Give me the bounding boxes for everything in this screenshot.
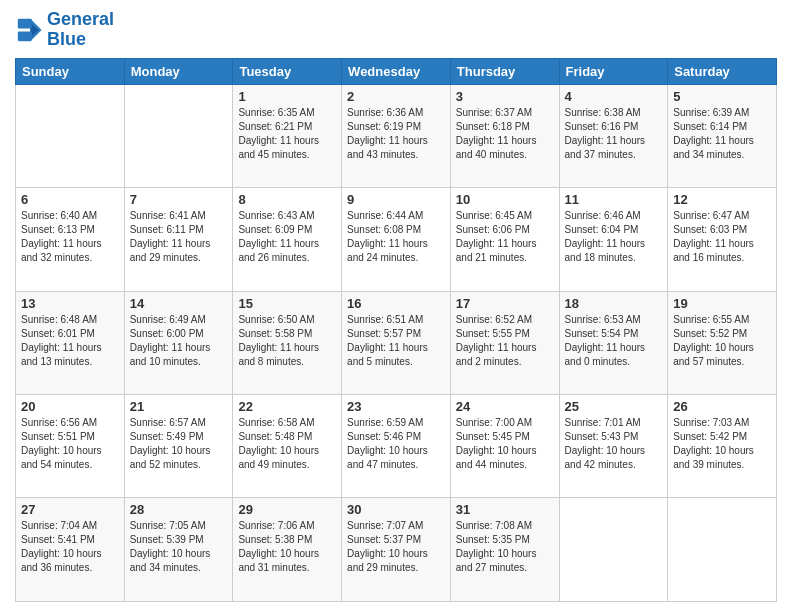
- calendar-week-1: 1Sunrise: 6:35 AMSunset: 6:21 PMDaylight…: [16, 84, 777, 187]
- logo-icon: [15, 16, 43, 44]
- day-info: Sunrise: 6:47 AMSunset: 6:03 PMDaylight:…: [673, 209, 771, 265]
- day-info: Sunrise: 6:48 AMSunset: 6:01 PMDaylight:…: [21, 313, 119, 369]
- calendar-cell: 1Sunrise: 6:35 AMSunset: 6:21 PMDaylight…: [233, 84, 342, 187]
- day-info: Sunrise: 7:05 AMSunset: 5:39 PMDaylight:…: [130, 519, 228, 575]
- day-info: Sunrise: 7:04 AMSunset: 5:41 PMDaylight:…: [21, 519, 119, 575]
- calendar-cell: 13Sunrise: 6:48 AMSunset: 6:01 PMDayligh…: [16, 291, 125, 394]
- calendar-cell: 2Sunrise: 6:36 AMSunset: 6:19 PMDaylight…: [342, 84, 451, 187]
- day-number: 2: [347, 89, 445, 104]
- calendar-cell: 4Sunrise: 6:38 AMSunset: 6:16 PMDaylight…: [559, 84, 668, 187]
- calendar-cell: [559, 498, 668, 602]
- day-number: 22: [238, 399, 336, 414]
- calendar-cell: 14Sunrise: 6:49 AMSunset: 6:00 PMDayligh…: [124, 291, 233, 394]
- day-info: Sunrise: 6:46 AMSunset: 6:04 PMDaylight:…: [565, 209, 663, 265]
- calendar-table: SundayMondayTuesdayWednesdayThursdayFrid…: [15, 58, 777, 602]
- calendar-cell: 7Sunrise: 6:41 AMSunset: 6:11 PMDaylight…: [124, 188, 233, 291]
- svg-rect-3: [18, 31, 32, 41]
- day-number: 10: [456, 192, 554, 207]
- day-info: Sunrise: 6:53 AMSunset: 5:54 PMDaylight:…: [565, 313, 663, 369]
- calendar-cell: 27Sunrise: 7:04 AMSunset: 5:41 PMDayligh…: [16, 498, 125, 602]
- calendar-cell: 29Sunrise: 7:06 AMSunset: 5:38 PMDayligh…: [233, 498, 342, 602]
- logo: General Blue: [15, 10, 114, 50]
- day-info: Sunrise: 6:40 AMSunset: 6:13 PMDaylight:…: [21, 209, 119, 265]
- day-number: 5: [673, 89, 771, 104]
- day-info: Sunrise: 6:56 AMSunset: 5:51 PMDaylight:…: [21, 416, 119, 472]
- header-day-tuesday: Tuesday: [233, 58, 342, 84]
- day-number: 28: [130, 502, 228, 517]
- day-info: Sunrise: 6:55 AMSunset: 5:52 PMDaylight:…: [673, 313, 771, 369]
- calendar-cell: 17Sunrise: 6:52 AMSunset: 5:55 PMDayligh…: [450, 291, 559, 394]
- day-number: 29: [238, 502, 336, 517]
- day-info: Sunrise: 7:01 AMSunset: 5:43 PMDaylight:…: [565, 416, 663, 472]
- day-number: 12: [673, 192, 771, 207]
- day-info: Sunrise: 6:49 AMSunset: 6:00 PMDaylight:…: [130, 313, 228, 369]
- day-info: Sunrise: 6:50 AMSunset: 5:58 PMDaylight:…: [238, 313, 336, 369]
- header-day-saturday: Saturday: [668, 58, 777, 84]
- calendar-week-2: 6Sunrise: 6:40 AMSunset: 6:13 PMDaylight…: [16, 188, 777, 291]
- day-number: 7: [130, 192, 228, 207]
- header-day-wednesday: Wednesday: [342, 58, 451, 84]
- page: General Blue SundayMondayTuesdayWednesda…: [0, 0, 792, 612]
- calendar-cell: 24Sunrise: 7:00 AMSunset: 5:45 PMDayligh…: [450, 395, 559, 498]
- day-number: 25: [565, 399, 663, 414]
- day-number: 18: [565, 296, 663, 311]
- day-number: 23: [347, 399, 445, 414]
- day-info: Sunrise: 6:43 AMSunset: 6:09 PMDaylight:…: [238, 209, 336, 265]
- day-number: 9: [347, 192, 445, 207]
- calendar-cell: 23Sunrise: 6:59 AMSunset: 5:46 PMDayligh…: [342, 395, 451, 498]
- day-info: Sunrise: 6:59 AMSunset: 5:46 PMDaylight:…: [347, 416, 445, 472]
- calendar-cell: 10Sunrise: 6:45 AMSunset: 6:06 PMDayligh…: [450, 188, 559, 291]
- calendar-cell: 21Sunrise: 6:57 AMSunset: 5:49 PMDayligh…: [124, 395, 233, 498]
- day-number: 6: [21, 192, 119, 207]
- day-number: 4: [565, 89, 663, 104]
- calendar-cell: 12Sunrise: 6:47 AMSunset: 6:03 PMDayligh…: [668, 188, 777, 291]
- day-number: 24: [456, 399, 554, 414]
- day-info: Sunrise: 6:45 AMSunset: 6:06 PMDaylight:…: [456, 209, 554, 265]
- calendar-cell: 6Sunrise: 6:40 AMSunset: 6:13 PMDaylight…: [16, 188, 125, 291]
- day-info: Sunrise: 6:36 AMSunset: 6:19 PMDaylight:…: [347, 106, 445, 162]
- day-number: 3: [456, 89, 554, 104]
- calendar-week-4: 20Sunrise: 6:56 AMSunset: 5:51 PMDayligh…: [16, 395, 777, 498]
- calendar-cell: [16, 84, 125, 187]
- day-number: 20: [21, 399, 119, 414]
- day-info: Sunrise: 7:08 AMSunset: 5:35 PMDaylight:…: [456, 519, 554, 575]
- day-number: 1: [238, 89, 336, 104]
- calendar-cell: 3Sunrise: 6:37 AMSunset: 6:18 PMDaylight…: [450, 84, 559, 187]
- svg-rect-2: [18, 19, 32, 29]
- day-info: Sunrise: 6:44 AMSunset: 6:08 PMDaylight:…: [347, 209, 445, 265]
- day-info: Sunrise: 7:06 AMSunset: 5:38 PMDaylight:…: [238, 519, 336, 575]
- day-number: 26: [673, 399, 771, 414]
- day-info: Sunrise: 6:38 AMSunset: 6:16 PMDaylight:…: [565, 106, 663, 162]
- day-info: Sunrise: 6:51 AMSunset: 5:57 PMDaylight:…: [347, 313, 445, 369]
- day-number: 21: [130, 399, 228, 414]
- header-day-thursday: Thursday: [450, 58, 559, 84]
- calendar-cell: 18Sunrise: 6:53 AMSunset: 5:54 PMDayligh…: [559, 291, 668, 394]
- header: General Blue: [15, 10, 777, 50]
- header-day-sunday: Sunday: [16, 58, 125, 84]
- day-info: Sunrise: 6:35 AMSunset: 6:21 PMDaylight:…: [238, 106, 336, 162]
- calendar-cell: [124, 84, 233, 187]
- day-number: 19: [673, 296, 771, 311]
- calendar-week-5: 27Sunrise: 7:04 AMSunset: 5:41 PMDayligh…: [16, 498, 777, 602]
- calendar-cell: [668, 498, 777, 602]
- day-number: 30: [347, 502, 445, 517]
- day-number: 14: [130, 296, 228, 311]
- calendar-cell: 26Sunrise: 7:03 AMSunset: 5:42 PMDayligh…: [668, 395, 777, 498]
- day-info: Sunrise: 6:57 AMSunset: 5:49 PMDaylight:…: [130, 416, 228, 472]
- day-info: Sunrise: 6:52 AMSunset: 5:55 PMDaylight:…: [456, 313, 554, 369]
- calendar-cell: 28Sunrise: 7:05 AMSunset: 5:39 PMDayligh…: [124, 498, 233, 602]
- day-number: 17: [456, 296, 554, 311]
- day-number: 31: [456, 502, 554, 517]
- day-number: 13: [21, 296, 119, 311]
- calendar-header-row: SundayMondayTuesdayWednesdayThursdayFrid…: [16, 58, 777, 84]
- calendar-cell: 11Sunrise: 6:46 AMSunset: 6:04 PMDayligh…: [559, 188, 668, 291]
- calendar-cell: 30Sunrise: 7:07 AMSunset: 5:37 PMDayligh…: [342, 498, 451, 602]
- day-number: 15: [238, 296, 336, 311]
- day-info: Sunrise: 6:39 AMSunset: 6:14 PMDaylight:…: [673, 106, 771, 162]
- header-day-monday: Monday: [124, 58, 233, 84]
- calendar-cell: 25Sunrise: 7:01 AMSunset: 5:43 PMDayligh…: [559, 395, 668, 498]
- day-info: Sunrise: 7:00 AMSunset: 5:45 PMDaylight:…: [456, 416, 554, 472]
- day-number: 27: [21, 502, 119, 517]
- calendar-cell: 5Sunrise: 6:39 AMSunset: 6:14 PMDaylight…: [668, 84, 777, 187]
- logo-text: General Blue: [47, 10, 114, 50]
